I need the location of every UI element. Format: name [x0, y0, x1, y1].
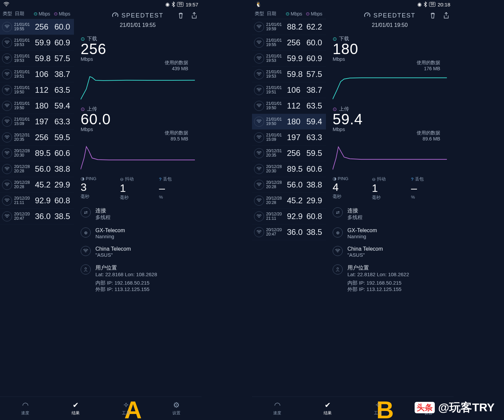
row-date: 21/01/0115:09: [14, 117, 33, 126]
row-date: 20/12/3120:35: [14, 133, 33, 142]
row-download: 36.0: [35, 212, 52, 221]
row-download: 256: [287, 38, 304, 47]
row-date: 20/12/2820:30: [14, 149, 33, 158]
row-date: 20/12/2820:30: [266, 165, 285, 173]
history-row[interactable]: 20/12/2820:2856.038.8: [0, 161, 74, 177]
history-row[interactable]: 20/12/2820:3089.560.6: [252, 161, 326, 177]
history-row[interactable]: 20/12/2820:2845.229.9: [0, 177, 74, 193]
ping-value: 4: [333, 181, 369, 194]
statusbar: ◉ 99 19:57: [0, 0, 202, 9]
nav-speed[interactable]: ◠速度: [252, 397, 302, 420]
share-icon[interactable]: [443, 12, 450, 19]
history-row[interactable]: 21/01/0119:5359.960.9: [252, 51, 326, 67]
isp-info[interactable]: China Telecom"ASUS": [81, 243, 195, 261]
location-info[interactable]: 用户位置 Lat: 22.8168 Lon: 108.2628 内部 IP: 1…: [81, 261, 195, 296]
wifi-icon: [254, 53, 264, 64]
server-info[interactable]: ⊕ GX-TelecomNanning: [333, 224, 447, 243]
detail-pane-B: SPEEDTEST 21/01/01 19:50 ⊙ 下载 180 Mbps: [326, 9, 454, 383]
history-row[interactable]: 21/01/0119:5359.857.5: [0, 51, 74, 67]
nav-results[interactable]: ✔结果: [302, 397, 353, 420]
row-download: 180: [287, 117, 304, 126]
history-row[interactable]: 20/12/2820:2845.229.9: [252, 193, 326, 209]
svg-line-3: [367, 14, 368, 16]
history-row[interactable]: 21/01/0119:5525660.0: [252, 35, 326, 51]
connection-info[interactable]: ⇄ 连接多线程: [81, 204, 195, 224]
row-upload: 29.9: [54, 180, 72, 190]
row-date: 20/12/3120:35: [266, 149, 285, 158]
wifi-icon: [2, 53, 12, 64]
download-section: ⊙ 下载 256 Mbps 使用的数据 439 MB: [74, 32, 202, 102]
globe-icon: ⊕: [81, 227, 91, 238]
statusbar: 🐧 ◉ 98 20:18: [252, 0, 454, 9]
nav-results[interactable]: ✔结果: [50, 397, 101, 420]
isp-info[interactable]: China Telecom"ASUS": [333, 243, 447, 261]
location-info[interactable]: 用户位置 Lat: 22.8182 Lon: 108.2622 内部 IP: 1…: [333, 261, 447, 296]
external-ip: 113.12.125.155: [115, 286, 150, 292]
history-list-B[interactable]: 类型 日期 ⊙Mbps ⊙Mbps 21/01/0119:5988.262.22…: [252, 9, 326, 383]
history-row[interactable]: 20/12/2021:1192.960.8: [252, 209, 326, 224]
penguin-icon: 🐧: [255, 1, 262, 7]
history-row[interactable]: 20/12/2021:1192.960.8: [0, 193, 74, 209]
svg-point-0: [6, 6, 7, 6]
history-row[interactable]: 21/01/0119:5018059.4: [252, 114, 326, 130]
history-row[interactable]: 21/01/0119:5359.857.5: [252, 67, 326, 82]
history-row[interactable]: 21/01/0119:5011263.5: [0, 82, 74, 98]
download-section: ⊙ 下载 180 Mbps 使用的数据 176 MB: [326, 32, 454, 102]
row-upload: 38.8: [306, 180, 324, 190]
history-row[interactable]: 21/01/0115:0919763.3: [0, 114, 74, 130]
connection-info[interactable]: ⇄ 连接多线程: [333, 204, 447, 224]
row-upload: 59.4: [54, 101, 72, 111]
server-info[interactable]: ⊕ GX-TelecomNanning: [81, 224, 195, 243]
download-data-used: 439 MB: [165, 66, 188, 71]
eye-icon: ◉: [417, 1, 422, 7]
upload-section: ⊙ 上传 60.0 Mbps 使用的数据 89.5 MB: [74, 102, 202, 173]
result-timestamp: 21/01/01 19:50: [326, 22, 454, 32]
row-upload: 59.4: [306, 117, 324, 126]
nav-settings[interactable]: ⚙设置: [151, 397, 202, 420]
nav-tools[interactable]: ✧工具: [353, 397, 403, 420]
row-date: 21/01/0119:50: [266, 117, 285, 126]
delete-icon[interactable]: [177, 12, 184, 19]
nav-speed[interactable]: ◠速度: [0, 397, 50, 420]
external-ip: 113.12.125.155: [367, 286, 402, 292]
upload-chart: [81, 143, 195, 171]
history-row[interactable]: 21/01/0119:5988.262.2: [252, 19, 326, 35]
wifi-icon: [333, 246, 343, 256]
history-row[interactable]: 21/01/0119:5359.960.9: [0, 35, 74, 51]
history-list-A[interactable]: 类型 日期 ⊙Mbps ⊙Mbps 21/01/0119:5525660.021…: [0, 9, 74, 383]
internal-ip: 192.168.50.215: [115, 280, 150, 286]
history-row[interactable]: 21/01/0115:0919763.3: [252, 130, 326, 145]
wifi-icon: [2, 180, 12, 190]
delete-icon[interactable]: [429, 12, 436, 19]
history-row[interactable]: 21/01/0119:5525660.0: [0, 19, 74, 35]
history-row[interactable]: 20/12/2020:4736.038.5: [0, 209, 74, 224]
upload-chart: [333, 143, 447, 171]
wifi-icon: [2, 85, 12, 95]
history-row[interactable]: 21/01/0119:5110638.7: [0, 67, 74, 82]
row-upload: 62.2: [306, 22, 324, 32]
history-row[interactable]: 20/12/3120:3525659.5: [0, 130, 74, 145]
history-row[interactable]: 21/01/0119:5018059.4: [0, 98, 74, 114]
row-date: 21/01/0115:09: [266, 133, 285, 142]
row-download: 106: [287, 85, 304, 95]
row-date: 21/01/0119:55: [266, 38, 285, 47]
user-icon: [81, 264, 91, 275]
wifi-icon: [254, 148, 264, 158]
row-download: 89.5: [35, 149, 52, 158]
speedtest-logo-icon: [364, 12, 371, 19]
history-row[interactable]: 20/12/2820:3089.560.6: [0, 145, 74, 161]
share-icon[interactable]: [191, 12, 198, 19]
history-row[interactable]: 20/12/3120:3525659.5: [252, 145, 326, 161]
row-upload: 57.5: [54, 54, 72, 63]
history-row[interactable]: 20/12/2820:2856.038.8: [252, 177, 326, 193]
row-date: 20/12/2021:11: [14, 196, 33, 205]
history-row[interactable]: 20/12/2020:4736.038.5: [252, 224, 326, 240]
row-date: 21/01/0119:51: [266, 86, 285, 94]
wifi-icon: [2, 211, 12, 221]
jitter-value: 1: [372, 182, 408, 195]
history-row[interactable]: 21/01/0119:5011263.5: [252, 98, 326, 114]
history-row[interactable]: 21/01/0119:5110638.7: [252, 82, 326, 98]
wifi-icon: [254, 180, 264, 190]
wifi-icon: [254, 22, 264, 32]
nav-tools[interactable]: ✧工具: [101, 397, 151, 420]
